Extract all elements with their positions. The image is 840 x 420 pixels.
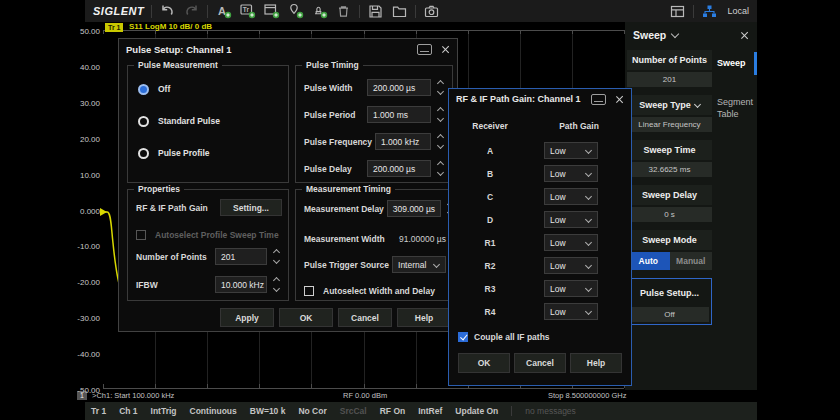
undo-icon[interactable]: [159, 3, 176, 20]
path-gain-select[interactable]: Low: [544, 142, 598, 159]
add-trace-icon[interactable]: A: [215, 3, 232, 20]
dropdown-caret-icon: [585, 308, 592, 315]
sweep-mode-auto[interactable]: Auto: [627, 252, 670, 270]
cancel-button[interactable]: Cancel: [338, 308, 392, 327]
dropdown-caret-icon: [585, 193, 592, 200]
trace-badge[interactable]: Tr 1: [105, 23, 123, 32]
axis-tick: [207, 30, 208, 34]
keyboard-icon[interactable]: [591, 94, 606, 105]
toolbar-divider: [151, 5, 152, 18]
radio-option-pulse-profile[interactable]: Pulse Profile: [138, 146, 210, 160]
pulse-frequency-input[interactable]: 1.000 kHz: [375, 133, 431, 150]
cancel-button[interactable]: Cancel: [514, 353, 566, 373]
measurement-delay-input[interactable]: 309.000 µs: [387, 200, 441, 217]
sidebar-field-sweep-time[interactable]: Sweep Time32.6625 ms: [627, 140, 712, 177]
apply-button[interactable]: Apply: [220, 308, 274, 327]
help-button[interactable]: Help: [397, 308, 451, 327]
spinner-control[interactable]: [434, 108, 446, 121]
checkbox-checked-icon: [458, 332, 468, 342]
pulse-width-input[interactable]: 200.000 µs: [367, 79, 431, 96]
dialog-close-icon[interactable]: [615, 95, 624, 104]
path-gain-dialog: RF & IF Path Gain: Channel 1 Receiver Pa…: [448, 88, 632, 386]
sidebar-field-pulse-setup[interactable]: Pulse Setup... Off: [627, 278, 712, 325]
autoselect-width-delay-checkbox[interactable]: Autoselect Width and Delay: [304, 282, 446, 299]
save-icon[interactable]: [367, 3, 384, 20]
chevron-down-icon[interactable]: [671, 30, 679, 38]
spinner-control[interactable]: [434, 162, 446, 175]
add-memory-icon[interactable]: [311, 3, 328, 20]
pulse-timing-group: Pulse Timing Pulse Width200.000 µsPulse …: [295, 65, 453, 183]
axis-tick: [416, 30, 417, 34]
sidebar-field-label-text: Sweep Time: [644, 145, 696, 155]
spinner-down-icon: [436, 142, 443, 149]
setting-button[interactable]: Setting...: [220, 199, 282, 216]
keyboard-icon[interactable]: [417, 44, 432, 55]
add-trace-window-icon[interactable]: Tr: [239, 3, 256, 20]
radio-option-standard-pulse[interactable]: Standard Pulse: [138, 114, 220, 128]
open-icon[interactable]: [391, 3, 408, 20]
redo-icon[interactable]: [183, 3, 200, 20]
gain-row-r2: R2Low: [449, 254, 631, 277]
pulse-delay-input[interactable]: 200.000 µs: [367, 160, 431, 177]
dialog-titlebar: RF & IF Path Gain: Channel 1: [449, 89, 631, 109]
sidebar-field-value: 201: [627, 72, 712, 87]
spinner-control[interactable]: [434, 81, 446, 94]
sidebar-field-sweep-type[interactable]: Sweep TypeLinear Frequency: [627, 95, 712, 132]
couple-if-paths-checkbox[interactable]: Couple all IF paths: [458, 332, 550, 342]
dropdown-caret-icon: [585, 170, 592, 177]
field-label: Pulse Trigger Source: [304, 260, 389, 270]
number-of-points-input[interactable]: 201: [215, 248, 267, 265]
receiver-label: B: [455, 169, 525, 179]
tab-segment-table[interactable]: Segment Table: [714, 91, 757, 126]
sidebar-field-number-of-points[interactable]: Number of Points201: [627, 50, 712, 87]
spinner-control[interactable]: [270, 278, 282, 291]
path-gain-select[interactable]: Low: [544, 280, 598, 297]
sidebar-field-label: Sweep Type: [627, 95, 712, 115]
measurement-width-value: 91.00000 µs: [399, 234, 446, 244]
help-button[interactable]: Help: [570, 353, 622, 373]
sidebar-close-icon[interactable]: [740, 31, 749, 40]
field-label: Measurement Width: [304, 234, 396, 244]
axis-tick: [259, 30, 260, 34]
sweep-mode-manual[interactable]: Manual: [670, 252, 713, 270]
selected-option: Low: [550, 192, 566, 202]
path-gain-select[interactable]: Low: [544, 165, 598, 182]
path-gain-select[interactable]: Low: [544, 303, 598, 320]
status-inttrig: IntTrig: [151, 406, 177, 416]
group-title: Pulse Timing: [302, 60, 363, 71]
sidebar-field-sweep-delay[interactable]: Sweep Delay0 s: [627, 185, 712, 222]
ok-button[interactable]: OK: [458, 353, 510, 373]
path-gain-select[interactable]: Low: [544, 257, 598, 274]
path-gain-select[interactable]: Low: [544, 188, 598, 205]
sidebar-field-value: Linear Frequency: [627, 117, 712, 132]
brand-logo: SIGLENT: [93, 5, 144, 17]
add-window-icon[interactable]: [263, 3, 280, 20]
spinner-control[interactable]: [270, 250, 282, 263]
layout-icon[interactable]: [669, 3, 686, 20]
screenshot-icon[interactable]: [423, 3, 440, 20]
field-number-of-points: Number of Points201: [136, 248, 282, 265]
selected-option: Low: [550, 261, 566, 271]
ok-button[interactable]: OK: [279, 308, 333, 327]
receiver-label: R2: [455, 261, 525, 271]
delete-icon[interactable]: [335, 3, 352, 20]
toolbar-divider: [693, 5, 694, 18]
dialog-close-icon[interactable]: [441, 45, 450, 54]
network-icon[interactable]: [701, 3, 718, 20]
add-marker-icon[interactable]: [287, 3, 304, 20]
path-gain-select[interactable]: Low: [544, 211, 598, 228]
pulse-period-input[interactable]: 1.000 ms: [367, 106, 431, 123]
status-update-on: Update On: [455, 406, 498, 416]
tab-sweep[interactable]: Sweep: [714, 52, 757, 75]
toolbar: SIGLENT A Tr: [85, 0, 757, 22]
pulse-trigger-source-select[interactable]: Internal: [392, 256, 446, 273]
path-gain-select[interactable]: Low: [544, 234, 598, 251]
ifbw-input[interactable]: 10.000 kHz: [215, 276, 267, 293]
dialog-buttons: ApplyOKCancelHelp: [119, 308, 451, 327]
stop-frequency-label: Stop 8.500000000 GHz: [548, 391, 626, 400]
local-status[interactable]: Local: [727, 6, 749, 16]
spinner-control[interactable]: [434, 135, 446, 148]
sidebar-field-sweep-mode: Sweep Mode AutoManual: [627, 230, 712, 270]
group-title: Measurement Timing: [302, 184, 395, 195]
radio-option-off[interactable]: Off: [138, 82, 170, 96]
